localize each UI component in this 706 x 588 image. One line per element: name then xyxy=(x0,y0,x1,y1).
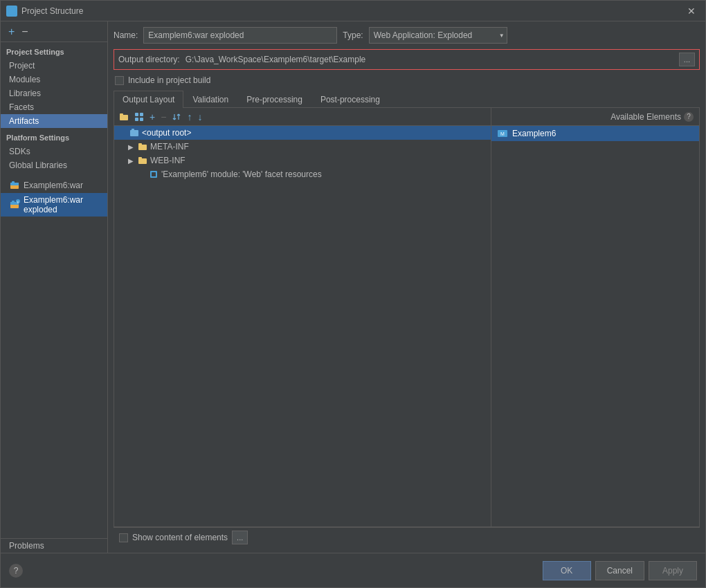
tree-add-button[interactable]: + xyxy=(147,111,157,122)
name-field[interactable] xyxy=(143,27,337,44)
sidebar-item-problems[interactable]: Problems xyxy=(1,538,107,553)
name-label: Name: xyxy=(114,30,138,40)
tree-arrow: ▶ xyxy=(128,157,135,165)
project-settings-label: Project Settings xyxy=(1,42,107,59)
available-item-examplem6[interactable]: M Examplem6 xyxy=(491,126,699,141)
artifact-item-war-exploded[interactable]: E Examplem6:war exploded xyxy=(1,193,107,217)
svg-rect-15 xyxy=(135,118,138,121)
tree-item-output-root[interactable]: <output root> xyxy=(114,126,491,140)
war-artifact-icon xyxy=(9,180,20,191)
tree-item-label: WEB-INF xyxy=(150,156,185,165)
tree-folder-icon[interactable] xyxy=(117,111,131,122)
tree-item-meta-inf[interactable]: ▶ META-INF xyxy=(114,140,491,154)
footer-left: ? xyxy=(9,564,538,578)
output-dir-field[interactable] xyxy=(185,55,673,64)
sidebar-item-facets[interactable]: Facets xyxy=(1,100,107,114)
tree-panel: + − ↑ ↓ xyxy=(114,108,491,526)
sidebar-item-modules[interactable]: Modules xyxy=(1,73,107,86)
svg-rect-21 xyxy=(138,158,147,164)
output-layout-area: + − ↑ ↓ xyxy=(114,108,700,527)
output-dir-browse-button[interactable]: ... xyxy=(679,53,695,66)
include-row: Include in project build xyxy=(114,75,700,85)
tree-item-label: <output root> xyxy=(142,128,191,138)
sidebar-item-label: Global Libraries xyxy=(9,160,67,170)
tree-layout-icon[interactable] xyxy=(132,111,146,122)
sidebar: + − Project Settings Project Modules Lib… xyxy=(1,21,108,553)
svg-rect-8 xyxy=(12,201,15,203)
title-bar: Project Structure ✕ xyxy=(1,1,705,21)
output-bottom-bar: Show content of elements ... xyxy=(114,527,700,547)
tree-item-web-inf[interactable]: ▶ WEB-INF xyxy=(114,154,491,167)
output-dir-row: Output directory: ... xyxy=(114,49,700,70)
svg-rect-22 xyxy=(138,157,142,159)
available-item-label: Examplem6 xyxy=(512,129,556,138)
add-artifact-button[interactable]: + xyxy=(6,25,17,39)
available-elements-help-icon[interactable]: ? xyxy=(684,112,694,122)
ok-button[interactable]: OK xyxy=(543,561,591,580)
svg-rect-12 xyxy=(120,113,123,116)
tree-remove-button[interactable]: − xyxy=(159,111,168,122)
remove-artifact-button[interactable]: − xyxy=(19,25,30,39)
tab-pre-processing[interactable]: Pre-processing xyxy=(237,91,311,108)
svg-rect-14 xyxy=(140,113,143,116)
output-dir-label: Output directory: xyxy=(118,55,180,64)
available-elements-header: Available Elements ? xyxy=(491,108,699,126)
sidebar-item-global-libraries[interactable]: Global Libraries xyxy=(1,158,107,172)
window-title: Project Structure xyxy=(21,6,83,16)
close-button[interactable]: ✕ xyxy=(683,4,700,18)
title-bar-left: Project Structure xyxy=(6,6,83,17)
tree-up-button[interactable]: ↑ xyxy=(185,111,194,122)
name-type-row: Name: Type: Web Application: Exploded xyxy=(114,27,700,44)
help-button[interactable]: ? xyxy=(9,564,23,578)
include-project-build-label: Include in project build xyxy=(128,75,210,85)
type-select[interactable]: Web Application: Exploded xyxy=(369,27,507,44)
sidebar-toolbar: + − xyxy=(1,21,107,42)
artifact-label: Examplem6:war exploded xyxy=(24,195,102,214)
sidebar-item-label: Modules xyxy=(9,75,40,84)
svg-rect-17 xyxy=(130,130,138,136)
show-content-checkbox[interactable] xyxy=(119,533,128,542)
tree-toolbar: + − ↑ ↓ xyxy=(114,108,491,126)
available-elements-label: Available Elements xyxy=(610,112,681,122)
sidebar-item-sdks[interactable]: SDKs xyxy=(1,145,107,158)
output-root-icon xyxy=(129,128,139,138)
sidebar-item-project[interactable]: Project xyxy=(1,59,107,73)
sidebar-item-label: Artifacts xyxy=(9,116,39,126)
tree-item-label: META-INF xyxy=(150,142,189,151)
svg-rect-20 xyxy=(138,143,142,145)
available-elements-panel: Available Elements ? M Examplem6 xyxy=(491,108,699,526)
tree-item-facet-resources[interactable]: 'Examplem6' module: 'Web' facet resource… xyxy=(114,167,491,181)
tab-validation[interactable]: Validation xyxy=(183,91,237,108)
show-content-more-button[interactable]: ... xyxy=(232,531,248,544)
platform-settings-label: Platform Settings xyxy=(1,128,107,145)
tree-item-label: 'Examplem6' module: 'Web' facet resource… xyxy=(161,169,322,179)
tab-post-processing[interactable]: Post-processing xyxy=(311,91,389,108)
apply-button[interactable]: Apply xyxy=(649,561,697,580)
sidebar-item-label: Facets xyxy=(9,102,34,112)
artifact-item-war[interactable]: Examplem6:war xyxy=(1,178,107,193)
sidebar-item-libraries[interactable]: Libraries xyxy=(1,86,107,100)
show-content-label: Show content of elements xyxy=(132,533,228,542)
cancel-button[interactable]: Cancel xyxy=(595,561,644,580)
war-exploded-artifact-icon: E xyxy=(9,199,20,210)
tree-sort-button[interactable] xyxy=(170,111,183,122)
svg-rect-18 xyxy=(132,129,134,131)
svg-text:M: M xyxy=(500,131,505,136)
folder-icon xyxy=(138,142,147,151)
type-select-wrapper: Web Application: Exploded xyxy=(369,27,507,44)
artifact-label: Examplem6:war xyxy=(24,181,83,190)
tab-output-layout[interactable]: Output Layout xyxy=(114,91,183,108)
tree-down-button[interactable]: ↓ xyxy=(195,111,204,122)
sidebar-item-label: Libraries xyxy=(9,89,41,98)
facet-resource-icon xyxy=(149,169,159,179)
svg-rect-19 xyxy=(138,145,147,150)
folder-icon xyxy=(138,156,147,165)
tabs-bar: Output Layout Validation Pre-processing … xyxy=(114,91,700,108)
svg-rect-4 xyxy=(10,183,19,185)
content-area: + − Project Settings Project Modules Lib… xyxy=(1,21,705,553)
svg-rect-16 xyxy=(140,118,143,121)
sidebar-item-artifacts[interactable]: Artifacts xyxy=(1,114,107,128)
module-icon: M xyxy=(497,128,508,139)
tree-arrow: ▶ xyxy=(128,143,135,151)
include-project-build-checkbox[interactable] xyxy=(115,76,124,85)
